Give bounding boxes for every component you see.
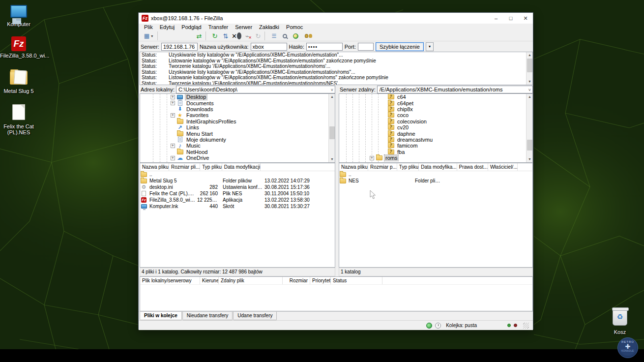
expander-icon[interactable] bbox=[171, 101, 175, 105]
tree-item[interactable]: roms bbox=[339, 155, 532, 161]
tree-item[interactable]: Menu Start bbox=[140, 130, 335, 136]
file-row[interactable]: Felix the Cat (PL).NES 262 160 Plik NES … bbox=[140, 190, 335, 197]
menu-item[interactable]: Edytuj bbox=[156, 24, 178, 31]
scroll-down-icon[interactable]: ▼ bbox=[527, 156, 533, 162]
speed-limits-icon[interactable] bbox=[435, 323, 441, 329]
tree-item[interactable]: Links bbox=[140, 124, 335, 130]
file-row[interactable]: Metal Slug 5 Folder plików 13.02.2022 14… bbox=[140, 178, 335, 184]
toggle-queue-icon[interactable]: ⇄ bbox=[194, 31, 204, 40]
menu-item[interactable]: Serwer bbox=[232, 24, 256, 31]
port-input[interactable] bbox=[358, 43, 374, 51]
tree-item[interactable]: coco bbox=[339, 112, 532, 118]
toolbar-separator[interactable] bbox=[205, 31, 208, 40]
column-header[interactable]: Typ pliku bbox=[397, 163, 419, 171]
tree-item[interactable]: cv20 bbox=[339, 124, 532, 130]
queue-column-header[interactable]: Status bbox=[331, 277, 382, 284]
toggle-remote-tree-icon[interactable] bbox=[183, 31, 193, 40]
tree-item[interactable]: Documents bbox=[140, 100, 335, 106]
menu-item[interactable]: Podgląd bbox=[178, 24, 205, 31]
expander-icon[interactable] bbox=[171, 119, 175, 123]
tree-item[interactable]: daphne bbox=[339, 130, 532, 136]
scroll-up-icon[interactable]: ▲ bbox=[527, 94, 533, 100]
minimize-button[interactable]: – bbox=[489, 13, 503, 24]
remote-address-combobox[interactable]: /E/Applications/XBMC-Emustation/emustati… bbox=[377, 86, 533, 93]
disconnect-icon[interactable]: ⌁ bbox=[242, 31, 252, 40]
column-header[interactable]: Rozmiar pli... bbox=[169, 163, 200, 171]
file-row[interactable]: .. bbox=[140, 171, 335, 178]
password-input[interactable] bbox=[306, 43, 343, 51]
column-header[interactable]: Nazwa pliku bbox=[140, 163, 169, 171]
expander-icon[interactable] bbox=[381, 95, 386, 99]
desktop-icon-recycle-bin[interactable]: Kosz bbox=[601, 309, 639, 335]
queue-settings-icon[interactable] bbox=[426, 323, 432, 329]
file-row[interactable]: Komputer.lnk 440 Skrót 30.08.2021 15:30:… bbox=[140, 203, 335, 210]
expander-icon[interactable] bbox=[381, 150, 386, 154]
local-address-combobox[interactable]: C:\Users\koord\Desktop\ bbox=[176, 86, 335, 93]
tree-item[interactable]: dreamcastvmu bbox=[339, 137, 532, 143]
expander-icon[interactable] bbox=[171, 144, 175, 148]
expander-icon[interactable] bbox=[381, 137, 386, 142]
expander-icon[interactable] bbox=[381, 131, 386, 136]
reconnect-icon[interactable]: ↻ bbox=[253, 31, 263, 40]
tree-item[interactable]: OneDrive bbox=[140, 155, 335, 161]
close-button[interactable]: ✕ bbox=[518, 13, 533, 24]
column-header[interactable]: Rozmiar p... bbox=[368, 163, 397, 171]
menu-item[interactable]: Plik bbox=[141, 24, 156, 31]
sync-browse-icon[interactable] bbox=[291, 31, 300, 40]
expander-icon[interactable] bbox=[171, 95, 175, 99]
quickconnect-button[interactable]: Szybkie łączenie bbox=[376, 42, 424, 51]
maximize-button[interactable]: □ bbox=[503, 13, 518, 24]
expander-icon[interactable] bbox=[381, 101, 386, 105]
tree-item[interactable]: Favorites bbox=[140, 112, 335, 118]
queue-tab[interactable]: Pliki w kolejce bbox=[140, 312, 182, 320]
expander-icon[interactable] bbox=[381, 125, 386, 130]
remote-tree-scrollbar[interactable]: ▲ ▼ bbox=[526, 94, 532, 162]
menu-item[interactable]: Transfer bbox=[205, 24, 232, 31]
expander-icon[interactable] bbox=[171, 131, 175, 136]
tree-item[interactable]: c64pet bbox=[339, 100, 532, 106]
tree-item[interactable]: fba bbox=[339, 149, 532, 155]
toggle-log-icon[interactable] bbox=[162, 31, 172, 40]
scroll-down-icon[interactable]: ▼ bbox=[329, 156, 335, 162]
toggle-local-tree-icon[interactable] bbox=[173, 31, 182, 40]
scroll-up-icon[interactable]: ▲ bbox=[527, 52, 533, 58]
scroll-thumb[interactable] bbox=[527, 140, 532, 151]
tree-item[interactable]: Music bbox=[140, 143, 335, 149]
column-header[interactable]: Data modyfikacji bbox=[222, 163, 261, 171]
desktop-icon-felix-nes-file[interactable]: Felix the Cat (PL).NES bbox=[0, 104, 37, 135]
expander-icon[interactable] bbox=[381, 119, 386, 123]
scroll-thumb[interactable] bbox=[329, 126, 335, 139]
file-row[interactable]: NES Folder plik... bbox=[339, 178, 532, 184]
filter-icon[interactable]: ☰ bbox=[269, 31, 279, 40]
expander-icon[interactable] bbox=[381, 113, 386, 118]
tree-item[interactable]: chip8x bbox=[339, 106, 532, 112]
tree-item[interactable]: NetHood bbox=[140, 149, 335, 155]
column-header[interactable]: Właściciel/... bbox=[488, 163, 518, 171]
cancel-icon[interactable]: ✕ bbox=[232, 31, 241, 40]
tree-item[interactable]: c64 bbox=[339, 94, 532, 100]
expander-icon[interactable] bbox=[171, 113, 175, 118]
tree-item[interactable]: Moje dokumenty bbox=[140, 137, 335, 143]
toolbar-separator[interactable] bbox=[157, 31, 160, 40]
desktop-icon-metal-slug-folder[interactable]: Metal Slug 5 bbox=[0, 71, 37, 94]
title-bar[interactable]: Fz xbox@192.168.1.76 - FileZilla – □ ✕ bbox=[139, 13, 533, 24]
desktop-icon-komputer[interactable]: Komputer bbox=[0, 5, 37, 27]
expander-icon[interactable] bbox=[381, 107, 386, 111]
expander-icon[interactable] bbox=[171, 150, 175, 154]
expander-icon[interactable] bbox=[171, 107, 175, 111]
tree-item[interactable]: Desktop bbox=[140, 94, 335, 100]
queue-column-header[interactable]: Zdalny plik bbox=[219, 277, 283, 284]
queue-tab[interactable]: Nieudane transfery bbox=[182, 312, 233, 320]
tree-item[interactable]: colecovision bbox=[339, 119, 532, 124]
tree-item[interactable]: famicom bbox=[339, 143, 532, 149]
quickconnect-dropdown-button[interactable]: ▾ bbox=[426, 42, 434, 51]
queue-tab[interactable]: Udane transfery bbox=[233, 312, 277, 320]
expander-icon[interactable] bbox=[171, 156, 175, 160]
queue-column-header[interactable]: Plik lokalny/serwerowy bbox=[140, 277, 200, 284]
queue-column-header[interactable]: Rozmiar bbox=[283, 277, 310, 284]
find-files-icon[interactable] bbox=[301, 31, 311, 40]
log-scrollbar[interactable]: ▲ ▼ bbox=[526, 52, 532, 85]
queue-column-header[interactable]: Priorytet bbox=[310, 277, 331, 284]
local-tree-scrollbar[interactable]: ▲ ▼ bbox=[328, 94, 335, 162]
username-input[interactable] bbox=[251, 43, 287, 51]
